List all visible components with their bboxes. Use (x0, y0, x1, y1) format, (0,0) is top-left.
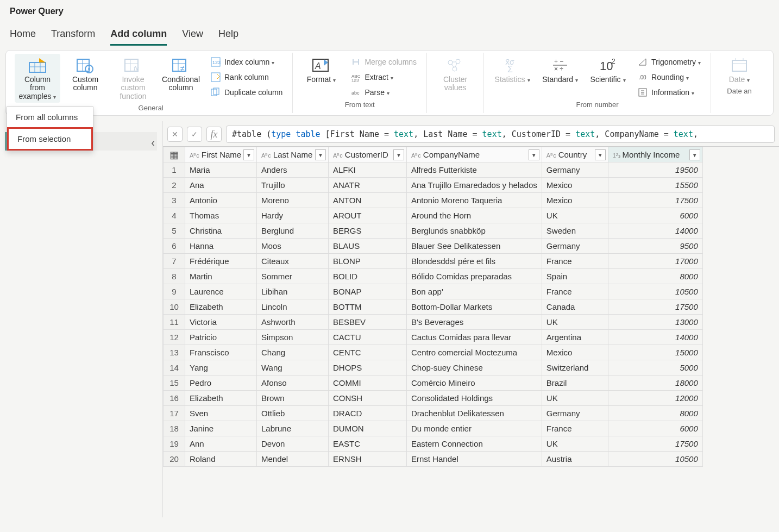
parse-button[interactable]: abc Parse (346, 85, 421, 99)
cell-customer-id[interactable]: ANTON (329, 193, 407, 208)
conditional-column-button[interactable]: ≠ Conditional column (158, 54, 204, 95)
cell-customer-id[interactable]: AROUT (329, 208, 407, 223)
table-row[interactable]: 18JanineLabruneDUMONDu monde entierFranc… (164, 421, 703, 436)
table-row[interactable]: 10ElizabethLincolnBOTTMBottom-Dollar Mar… (164, 299, 703, 315)
cell-customer-id[interactable]: BONAP (329, 284, 407, 299)
cell-last-name[interactable]: Labrune (257, 421, 329, 436)
row-number[interactable]: 5 (164, 223, 185, 239)
cell-country[interactable]: UK (542, 391, 608, 406)
row-number[interactable]: 9 (164, 284, 185, 299)
cell-first-name[interactable]: Christina (185, 223, 257, 239)
cell-last-name[interactable]: Moreno (257, 193, 329, 208)
cell-company[interactable]: Bon app' (407, 284, 542, 299)
cell-customer-id[interactable]: COMMI (329, 375, 407, 391)
row-number[interactable]: 3 (164, 193, 185, 208)
cell-country[interactable]: Mexico (542, 345, 608, 360)
cell-income[interactable]: 12000 (608, 391, 702, 406)
cell-last-name[interactable]: Afonso (257, 375, 329, 391)
row-number[interactable]: 17 (164, 406, 185, 421)
cell-income[interactable]: 6000 (608, 421, 702, 436)
table-row[interactable]: 12PatricioSimpsonCACTUCactus Comidas par… (164, 330, 703, 345)
cell-company[interactable]: Alfreds Futterkiste (407, 162, 542, 178)
table-row[interactable]: 8MartinSommerBOLIDBólido Comidas prepara… (164, 269, 703, 284)
cell-country[interactable]: Spain (542, 269, 608, 284)
rank-column-button[interactable]: Rank column (206, 70, 287, 84)
cell-company[interactable]: Drachenblut Delikatessen (407, 406, 542, 421)
filter-customer-id[interactable]: ▼ (393, 149, 404, 160)
cell-customer-id[interactable]: CACTU (329, 330, 407, 345)
cell-income[interactable]: 17500 (608, 299, 702, 315)
cell-country[interactable]: France (542, 421, 608, 436)
cell-country[interactable]: Switzerland (542, 360, 608, 375)
cell-customer-id[interactable]: ERNSH (329, 452, 407, 467)
collapse-queries-button[interactable]: ‹ (151, 136, 155, 149)
cell-country[interactable]: Germany (542, 162, 608, 178)
cell-country[interactable]: Germany (542, 239, 608, 254)
tab-help[interactable]: Help (218, 28, 238, 46)
table-row[interactable]: 2AnaTrujilloANATRAna Trujillo Emaredados… (164, 178, 703, 193)
row-number[interactable]: 15 (164, 375, 185, 391)
cell-company[interactable]: Ernst Handel (407, 452, 542, 467)
cell-first-name[interactable]: Elizabeth (185, 299, 257, 315)
rounding-button[interactable]: .00 Rounding (633, 70, 705, 84)
cell-last-name[interactable]: Sommer (257, 269, 329, 284)
cell-income[interactable]: 6000 (608, 208, 702, 223)
cell-country[interactable]: UK (542, 315, 608, 330)
cell-first-name[interactable]: Franscisco (185, 345, 257, 360)
cell-first-name[interactable]: Yang (185, 360, 257, 375)
cell-company[interactable]: Consolidated Holdings (407, 391, 542, 406)
cell-last-name[interactable]: Chang (257, 345, 329, 360)
table-row[interactable]: 13FransciscoChangCENTCCentro comercial M… (164, 345, 703, 360)
format-button[interactable]: A Format (298, 54, 344, 86)
cell-company[interactable]: Blondesddsl pére et fils (407, 254, 542, 269)
cell-country[interactable]: Mexico (542, 178, 608, 193)
cell-first-name[interactable]: Maria (185, 162, 257, 178)
cell-last-name[interactable]: Wang (257, 360, 329, 375)
menu-from-selection[interactable]: From selection (7, 127, 93, 151)
table-row[interactable]: 9LaurenceLibihanBONAPBon app'France10500 (164, 284, 703, 299)
row-number[interactable]: 19 (164, 436, 185, 452)
row-number[interactable]: 16 (164, 391, 185, 406)
formula-accept-button[interactable]: ✓ (187, 127, 202, 142)
cell-last-name[interactable]: Mendel (257, 452, 329, 467)
col-header-last-name[interactable]: AᴮcLast Name▼ (257, 147, 329, 162)
cell-last-name[interactable]: Devon (257, 436, 329, 452)
row-number[interactable]: 8 (164, 269, 185, 284)
cell-country[interactable]: Sweden (542, 223, 608, 239)
cell-customer-id[interactable]: ANATR (329, 178, 407, 193)
table-row[interactable]: 1MariaAndersALFKIAlfreds FutterkisteGerm… (164, 162, 703, 178)
cell-income[interactable]: 15500 (608, 178, 702, 193)
cell-first-name[interactable]: Patricio (185, 330, 257, 345)
row-number[interactable]: 2 (164, 178, 185, 193)
cell-income[interactable]: 8000 (608, 269, 702, 284)
cell-income[interactable]: 17500 (608, 193, 702, 208)
cell-company[interactable]: Comércio Mineiro (407, 375, 542, 391)
filter-income[interactable]: ▼ (689, 149, 700, 160)
cell-company[interactable]: Around the Horn (407, 208, 542, 223)
cell-customer-id[interactable]: CENTC (329, 345, 407, 360)
row-number[interactable]: 12 (164, 330, 185, 345)
table-row[interactable]: 5ChristinaBerglundBERGSBerglunds snabbkö… (164, 223, 703, 239)
table-row[interactable]: 6HannaMoosBLAUSBlauer See DelikatessenGe… (164, 239, 703, 254)
table-row[interactable]: 7FrédériqueCiteauxBLONPBlondesddsl pére … (164, 254, 703, 269)
cell-first-name[interactable]: Frédérique (185, 254, 257, 269)
col-header-income[interactable]: 1²₃Monthly Income▼ (608, 147, 702, 162)
cell-first-name[interactable]: Pedro (185, 375, 257, 391)
cell-country[interactable]: Argentina (542, 330, 608, 345)
table-row[interactable]: 3AntonioMorenoANTONAntonio Moreno Taquer… (164, 193, 703, 208)
cell-income[interactable]: 19500 (608, 162, 702, 178)
cell-last-name[interactable]: Anders (257, 162, 329, 178)
cell-country[interactable]: Mexico (542, 193, 608, 208)
menu-from-all-columns[interactable]: From all columns (7, 107, 93, 127)
cell-first-name[interactable]: Ann (185, 436, 257, 452)
cell-first-name[interactable]: Janine (185, 421, 257, 436)
row-number[interactable]: 11 (164, 315, 185, 330)
cell-company[interactable]: Eastern Connection (407, 436, 542, 452)
cell-country[interactable]: Brazil (542, 375, 608, 391)
filter-first-name[interactable]: ▼ (243, 149, 254, 160)
cell-last-name[interactable]: Citeaux (257, 254, 329, 269)
cell-first-name[interactable]: Victoria (185, 315, 257, 330)
cell-customer-id[interactable]: DHOPS (329, 360, 407, 375)
table-row[interactable]: 14YangWangDHOPSChop-suey ChineseSwitzerl… (164, 360, 703, 375)
filter-company[interactable]: ▼ (529, 149, 539, 160)
